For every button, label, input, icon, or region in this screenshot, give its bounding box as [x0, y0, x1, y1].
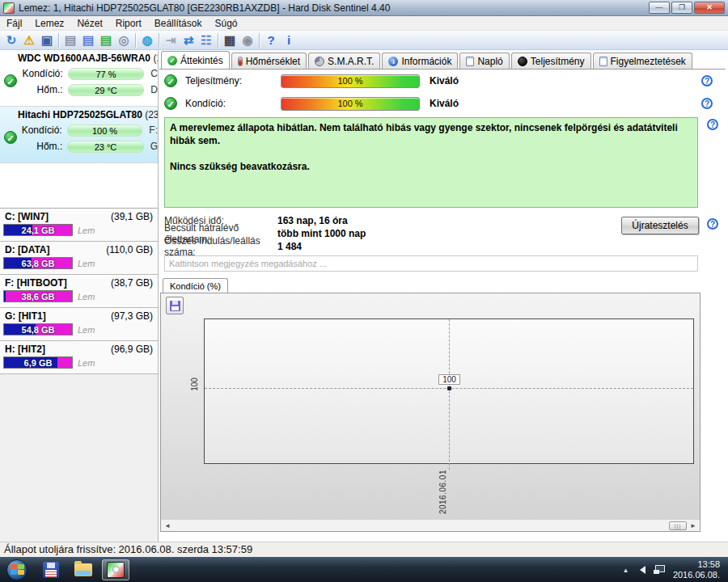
health-message-text: A merevlemez állapota hibátlan. Nem talá… [170, 121, 692, 147]
clipped-text: Lem [78, 259, 95, 268]
partition-size: (38,7 GB) [111, 277, 153, 289]
condition-label: Kondíció: [185, 98, 256, 109]
partition-size: (96,9 GB) [111, 344, 153, 355]
windows-taskbar: ▴ 13:58 2016.06.08. [0, 557, 728, 582]
menu-view[interactable]: Nézet [70, 17, 108, 30]
partition-item-d[interactable]: D: [DATA](110,0 GB) Szabad terület 63,8 … [0, 242, 158, 275]
hard-disk-sentinel-window: Lemez: 1, Hitachi HDP725025GLAT80 [GE223… [0, 0, 728, 582]
warning-icon[interactable]: ⚠ [20, 32, 38, 48]
menu-report[interactable]: Riport [109, 17, 148, 30]
partition-letter-clipped: G [150, 141, 158, 152]
tab-smart[interactable]: S.M.A.R.T. [308, 53, 380, 69]
start-stop-label: Összes indulás/leállás száma: [164, 235, 277, 258]
disk-search-icon[interactable]: ◎ [115, 32, 133, 48]
network-disks-icon[interactable]: ☷ [197, 32, 215, 48]
tab-overview[interactable]: ✓Áttekintés [161, 51, 230, 69]
disk-size: (232, [145, 109, 158, 120]
start-stop-value: 1 484 [277, 241, 302, 252]
tray-expand-icon[interactable]: ▴ [624, 566, 628, 574]
space-usage-bar: 24,1 GB [3, 224, 73, 236]
partition-item-f[interactable]: F: [HITBOOT](38,7 GB) Szabad terület 38,… [0, 275, 158, 308]
window-title: Lemez: 1, Hitachi HDP725025GLAT80 [GE223… [19, 2, 649, 14]
disk-item-wdc[interactable]: ✓ WDC WD1600AAJB-56WRA0 (14 Kondíció: 77… [0, 50, 158, 107]
close-button[interactable]: ✕ [694, 2, 725, 14]
report-monitor-icon[interactable]: ▣ [38, 32, 56, 48]
refresh-icon[interactable]: ↻ [2, 32, 20, 48]
toolbar-separator [259, 33, 260, 48]
comment-input[interactable]: Kattintson megjegyzés megadásához ... [164, 255, 698, 272]
tab-performance[interactable]: Teljesítmény [511, 53, 591, 69]
help-icon[interactable]: ? [262, 32, 280, 48]
disk-ok-icon: ✓ [4, 131, 17, 144]
thermometer-icon [238, 57, 243, 66]
partition-item-h[interactable]: H: [HIT2](96,9 GB) Szabad terület 6,9 GB… [0, 341, 158, 374]
status-bar: Állapot utoljára frissítve: 2016.06.08. … [0, 542, 728, 557]
performance-icon [518, 57, 527, 66]
world-icon[interactable]: ◍ [138, 32, 156, 48]
tab-information[interactable]: iInformációk [382, 53, 458, 69]
sync-icon[interactable]: ⇄ [180, 32, 197, 48]
log-page-icon [466, 57, 474, 66]
tabstrip-divider [159, 69, 726, 70]
disk-test-icon[interactable]: ▤ [61, 32, 79, 48]
scrollbar-thumb[interactable]: ||| [669, 521, 687, 530]
floppy-icon [170, 301, 180, 311]
sound-icon[interactable]: ◉ [239, 32, 256, 48]
tray-clock[interactable]: 13:58 2016.06.08. [673, 559, 720, 580]
clipped-text: Lem [78, 226, 95, 235]
info-icon: i [388, 57, 398, 66]
scroll-left-arrow[interactable]: ◄ [163, 521, 172, 530]
temperature-gauge: 29 °C [68, 84, 145, 96]
about-icon[interactable]: i [280, 32, 298, 48]
disk-ok-icon: ✓ [4, 74, 17, 87]
health-message-action: Nincs szükség beavatkozásra. [170, 160, 692, 173]
gauge-icon [315, 57, 324, 66]
tab-log[interactable]: Napló [459, 53, 509, 69]
condition-history-chart: 100 100 2016.06.01 ◄ ||| ► [160, 293, 700, 532]
menu-settings[interactable]: Beállítások [148, 17, 209, 30]
help-icon[interactable]: ? [701, 98, 713, 109]
tab-alerts[interactable]: Figyelmeztetések [593, 53, 692, 69]
scroll-right-arrow[interactable]: ► [688, 521, 698, 530]
menu-file[interactable]: Fájl [0, 17, 28, 30]
start-button[interactable] [6, 559, 28, 580]
space-usage-bar: 6,9 GB [3, 356, 73, 369]
partition-size: (39,1 GB) [111, 211, 153, 222]
help-icon[interactable]: ? [707, 119, 718, 130]
x-axis-tick: 2016.06.01 [438, 470, 447, 514]
condition-gauge: 100 % [281, 97, 420, 111]
menu-disk[interactable]: Lemez [28, 17, 70, 30]
chart-tab-condition[interactable]: Kondíció (%) [163, 278, 228, 293]
tab-temperature[interactable]: Hőmérséklet [231, 53, 307, 69]
disk-temperature-icon[interactable]: ▤ [79, 32, 97, 48]
clipped-text: Lem [78, 358, 95, 368]
clock-time: 13:58 [673, 559, 720, 570]
performance-label: Teljesítmény: [185, 75, 256, 86]
menubar: Fájl Lemez Nézet Riport Beállítások Súgó [0, 17, 728, 31]
tabstrip: ✓Áttekintés Hőmérséklet S.M.A.R.T. iInfo… [161, 52, 694, 69]
volume-icon[interactable] [636, 566, 645, 574]
save-chart-button[interactable] [166, 297, 184, 314]
main-panel: ✓Áttekintés Hőmérséklet S.M.A.R.T. iInfo… [159, 50, 728, 542]
menu-help[interactable]: Súgó [208, 17, 243, 30]
partition-item-c[interactable]: C: [WIN7](39,1 GB) Szabad terület 24,1 G… [0, 209, 158, 242]
graph-monitor-icon[interactable]: ▦ [221, 32, 239, 48]
disk-item-hitachi-selected[interactable]: ✓ Hitachi HDP725025GLAT80 (232, Kondíció… [0, 107, 158, 163]
help-icon[interactable]: ? [701, 75, 713, 86]
chart-horizontal-scrollbar[interactable]: ◄ ||| ► [161, 519, 700, 531]
taskbar-save-app-icon[interactable] [37, 559, 65, 580]
restore-button[interactable]: ❐ [671, 2, 692, 14]
clipped-text: Lem [78, 325, 95, 335]
minimize-button[interactable]: — [649, 2, 670, 14]
help-icon[interactable]: ? [707, 218, 718, 230]
partition-name: H: [HIT2] [5, 344, 45, 355]
network-icon[interactable] [654, 565, 665, 574]
taskbar-hdsentinel-icon[interactable] [102, 559, 129, 580]
toolbar-separator [218, 33, 218, 48]
disk-ok-icon[interactable]: ▤ [97, 32, 115, 48]
ok-icon: ✓ [164, 74, 177, 87]
retest-button[interactable]: Újratesztelés [621, 217, 699, 234]
taskbar-explorer-icon[interactable] [70, 559, 97, 580]
partition-item-g[interactable]: G: [HIT1](97,3 GB) Szabad terület 54,8 G… [0, 308, 158, 341]
panel-icon[interactable]: ⇥ [162, 32, 180, 48]
